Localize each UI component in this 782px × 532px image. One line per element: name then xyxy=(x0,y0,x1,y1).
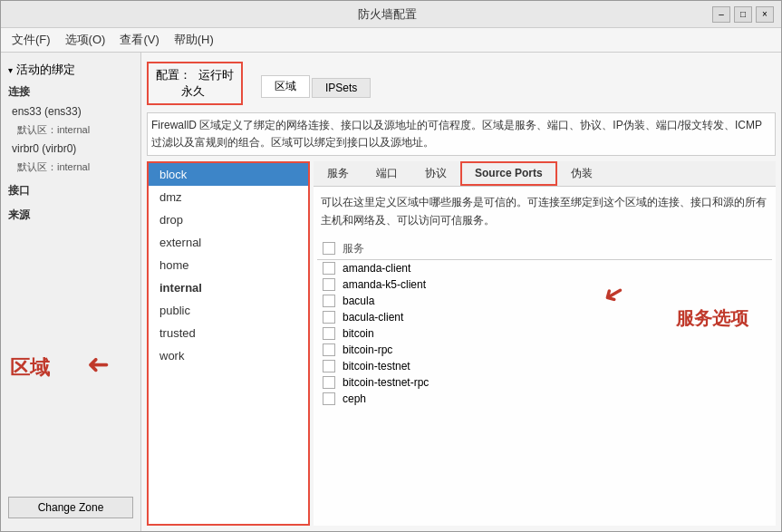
service-checkbox-3[interactable] xyxy=(323,311,335,324)
config-row-permanent: 永久 xyxy=(156,83,234,100)
tab-services[interactable]: 服务 xyxy=(314,161,362,186)
chevron-down-icon: ▾ xyxy=(8,65,13,75)
tab-zone[interactable]: 区域 xyxy=(261,75,310,98)
header-row: 配置： 运行时 永久 区域 IPSets xyxy=(147,58,776,112)
service-name-1: amanda-k5-client xyxy=(343,278,426,291)
main-content: ▾ 活动的绑定 连接 ens33 (ens33) 默认区：internal vi… xyxy=(1,53,781,531)
right-panel: 配置： 运行时 永久 区域 IPSets FirewallD 区域定义了绑定的网… xyxy=(141,53,781,531)
service-checkbox-2[interactable] xyxy=(323,295,335,307)
zone-item-drop[interactable]: drop xyxy=(149,208,308,231)
change-zone-button[interactable]: Change Zone xyxy=(8,497,133,518)
service-panel: 服务 端口 协议 Source Ports 伪装 可以在这里定义区域中哪些服务是… xyxy=(314,161,776,526)
service-checkbox-5[interactable] xyxy=(323,343,335,356)
maximize-button[interactable]: □ xyxy=(734,6,752,23)
zone-description: FirewallD 区域定义了绑定的网络连接、接口以及源地址的可信程度。区域是服… xyxy=(147,112,776,156)
zone-item-internal[interactable]: internal xyxy=(149,276,308,299)
menu-options[interactable]: 选项(O) xyxy=(58,30,113,50)
sidebar-item-interface[interactable]: 接口 xyxy=(1,180,140,201)
zone-item-dmz[interactable]: dmz xyxy=(149,186,308,208)
tab-protocols[interactable]: 协议 xyxy=(411,161,460,186)
sidebar-item-virbr0[interactable]: virbr0 (virbr0) xyxy=(1,140,140,158)
service-checkbox-6[interactable] xyxy=(323,360,335,372)
service-table: 服务 amanda-client amanda-k5-client xyxy=(317,238,772,407)
service-row-7: bitcoin-testnet-rpc xyxy=(317,374,772,391)
service-name-2: bacula xyxy=(343,295,374,307)
service-name-6: bitcoin-testnet xyxy=(343,360,410,372)
top-tabs: 区域 IPSets xyxy=(261,75,371,98)
menu-view[interactable]: 查看(V) xyxy=(112,30,166,50)
sidebar-item-virbr0-default: 默认区：internal xyxy=(1,158,140,177)
zone-service-row: block dmz drop external home internal pu… xyxy=(147,161,776,526)
tab-source-ports[interactable]: Source Ports xyxy=(460,161,557,186)
service-column-header: 服务 xyxy=(343,241,364,256)
config-permanent-value: 永久 xyxy=(156,83,205,100)
zone-item-external[interactable]: external xyxy=(149,231,308,254)
zone-item-block[interactable]: block xyxy=(149,163,308,186)
service-name-7: bitcoin-testnet-rpc xyxy=(343,376,429,389)
service-row-2: bacula xyxy=(317,293,772,309)
main-window: 防火墙配置 – □ × 文件(F) 选项(O) 查看(V) 帮助(H) ▾ 活动… xyxy=(0,0,782,532)
service-row-4: bitcoin xyxy=(317,325,772,342)
sidebar-item-ens33-default: 默认区：internal xyxy=(1,121,140,140)
service-checkbox-7[interactable] xyxy=(323,376,335,389)
zone-item-public[interactable]: public xyxy=(149,299,308,322)
window-controls: – □ × xyxy=(712,6,774,23)
service-table-header: 服务 xyxy=(317,238,772,260)
zone-item-work[interactable]: work xyxy=(149,344,308,367)
sidebar-item-ens33[interactable]: ens33 (ens33) xyxy=(1,102,140,121)
header-checkbox[interactable] xyxy=(323,242,335,255)
minimize-button[interactable]: – xyxy=(712,6,730,23)
service-checkbox-0[interactable] xyxy=(323,262,335,275)
menu-bar: 文件(F) 选项(O) 查看(V) 帮助(H) xyxy=(1,28,781,53)
menu-help[interactable]: 帮助(H) xyxy=(167,30,221,50)
service-name-5: bitcoin-rpc xyxy=(343,343,392,356)
sidebar-section-label: 活动的绑定 xyxy=(16,62,75,78)
config-runtime-value: 运行时 xyxy=(198,67,234,83)
sidebar: ▾ 活动的绑定 连接 ens33 (ens33) 默认区：internal vi… xyxy=(1,53,141,531)
service-description: 可以在这里定义区域中哪些服务是可信的。可连接至绑定到这个区域的连接、接口和源的所… xyxy=(317,190,772,232)
config-label: 配置： xyxy=(156,67,191,83)
service-row-5: bitcoin-rpc xyxy=(317,342,772,358)
service-checkbox-8[interactable] xyxy=(323,392,335,405)
sidebar-active-bindings[interactable]: ▾ 活动的绑定 xyxy=(1,58,140,82)
service-name-4: bitcoin xyxy=(343,327,374,340)
sidebar-item-connections: 连接 xyxy=(1,82,140,102)
config-box: 配置： 运行时 永久 xyxy=(147,62,243,105)
service-row-8: ceph xyxy=(317,391,772,407)
close-button[interactable]: × xyxy=(756,6,774,23)
service-row-3: bacula-client xyxy=(317,309,772,325)
service-tabs-row: 服务 端口 协议 Source Ports 伪装 xyxy=(314,161,776,187)
tab-ports[interactable]: 端口 xyxy=(362,161,411,186)
sidebar-item-source[interactable]: 来源 xyxy=(1,205,140,226)
zone-item-home[interactable]: home xyxy=(149,254,308,276)
service-name-0: amanda-client xyxy=(343,262,410,275)
service-row-1: amanda-k5-client xyxy=(317,276,772,293)
zone-list: block dmz drop external home internal pu… xyxy=(147,161,310,526)
title-bar: 防火墙配置 – □ × xyxy=(1,1,781,28)
service-checkbox-4[interactable] xyxy=(323,327,335,340)
menu-file[interactable]: 文件(F) xyxy=(5,30,58,50)
tab-masquerade[interactable]: 伪装 xyxy=(557,161,606,186)
service-row-0: amanda-client xyxy=(317,260,772,276)
service-name-3: bacula-client xyxy=(343,311,403,324)
config-row-runtime: 配置： 运行时 xyxy=(156,67,234,83)
tab-ipsets[interactable]: IPSets xyxy=(312,78,371,98)
window-title: 防火墙配置 xyxy=(63,6,712,23)
service-name-8: ceph xyxy=(343,392,366,405)
zone-item-trusted[interactable]: trusted xyxy=(149,322,308,344)
service-row-6: bitcoin-testnet xyxy=(317,358,772,374)
service-content: 可以在这里定义区域中哪些服务是可信的。可连接至绑定到这个区域的连接、接口和源的所… xyxy=(314,187,776,526)
service-checkbox-1[interactable] xyxy=(323,278,335,291)
